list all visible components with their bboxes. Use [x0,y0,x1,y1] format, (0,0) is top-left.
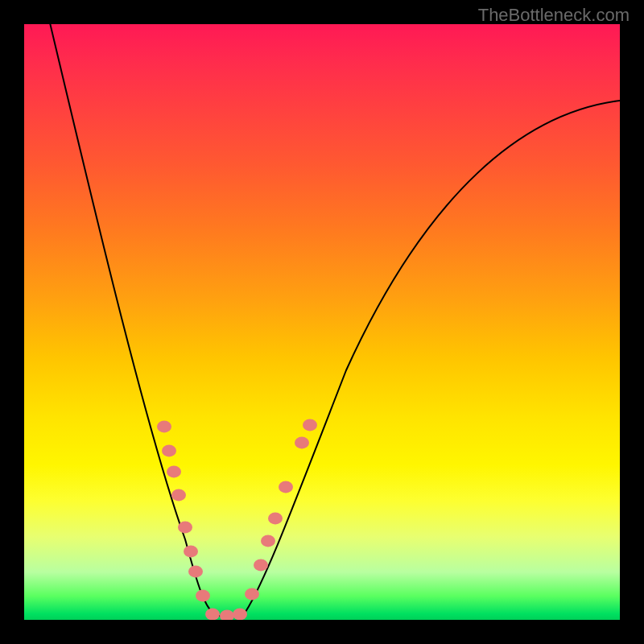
watermark-text: TheBottleneck.com [478,5,630,26]
data-marker [295,437,309,449]
data-marker [171,489,186,502]
data-marker [261,535,275,547]
chart-svg [24,24,620,620]
data-marker [167,466,181,478]
curve-line [48,24,620,616]
data-marker [245,588,259,601]
data-marker [196,590,210,602]
data-marker [184,546,198,558]
data-marker [268,513,283,525]
data-marker [205,609,220,620]
marker-group [157,419,317,620]
data-marker [233,609,247,620]
data-marker [188,566,203,578]
curve-group [48,24,620,616]
data-marker [303,419,317,431]
data-marker [157,421,171,433]
chart-plot-area [24,24,620,620]
data-marker [162,445,176,457]
data-marker [178,522,192,534]
data-marker [220,610,234,620]
data-marker [279,481,293,493]
data-marker [254,559,268,572]
